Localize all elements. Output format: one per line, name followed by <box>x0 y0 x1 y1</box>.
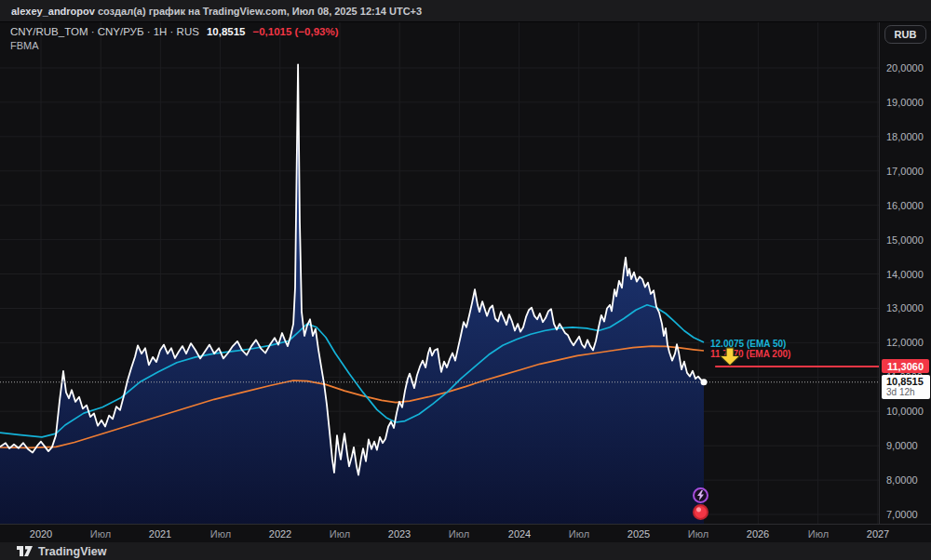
price-tick-label: 20,0000 <box>886 62 924 73</box>
alert-price-tag: 11,3060 <box>882 359 929 373</box>
time-tick-label: 2027 <box>867 528 889 540</box>
attribution-bar: alexey_andropov создал(а) график на Trad… <box>0 0 931 22</box>
price-tick-label: 18,0000 <box>886 131 924 142</box>
time-tick-label: Июл <box>90 528 111 540</box>
time-tick-label: Июл <box>330 528 350 540</box>
price-tick-label: 19,0000 <box>886 97 924 108</box>
brand-name[interactable]: TradingView <box>38 545 106 558</box>
time-tick-label: Июл <box>688 528 708 540</box>
symbol-legend[interactable]: CNY/RUB_TOM · CNY/РУБ · 1H · RUS 10,8515… <box>10 26 339 37</box>
last-price-tag: 10,8515 3d 12h <box>882 375 930 399</box>
currency-button[interactable]: RUB <box>884 25 927 44</box>
indicator-name[interactable]: FBMA <box>10 40 39 51</box>
attribution-text: создал(а) график на TradingView.com, Июл… <box>95 6 422 17</box>
time-tick-label: Июл <box>449 528 469 540</box>
price-tick-label: 8,0000 <box>886 474 918 486</box>
price-tick-label: 14,0000 <box>886 269 924 280</box>
bar-countdown: 3d 12h <box>886 387 930 398</box>
tradingview-logo-icon <box>17 546 33 556</box>
time-tick-label: 2024 <box>508 528 531 540</box>
footer-bar: TradingView <box>0 542 931 560</box>
time-tick-label: 2026 <box>747 528 769 540</box>
price-tick-label: 10,0000 <box>886 406 924 417</box>
time-tick-label: 2022 <box>269 528 291 540</box>
price-tick-label: 16,0000 <box>886 200 924 211</box>
price-chart <box>0 22 879 524</box>
lightning-icon <box>696 490 705 500</box>
tradingview-chart-page: alexey_andropov создал(а) график на Trad… <box>0 0 931 560</box>
time-tick-label: 2021 <box>149 528 171 540</box>
time-tick-label: Июл <box>808 528 829 540</box>
time-tick-label: 2020 <box>30 528 52 540</box>
lightning-badge[interactable] <box>693 487 708 503</box>
symbol-title[interactable]: CNY/RUB_TOM · CNY/РУБ · 1H · RUS <box>10 26 199 37</box>
price-tick-label: 9,0000 <box>886 440 918 451</box>
yellow-down-arrow[interactable] <box>719 347 741 367</box>
legend-last-price: 10,8515 <box>207 26 246 37</box>
chart-pane[interactable]: CNY/RUB_TOM · CNY/РУБ · 1H · RUS 10,8515… <box>0 22 879 524</box>
price-tick-label: 15,0000 <box>886 234 924 246</box>
last-price-dot <box>701 379 708 385</box>
price-tick-label: 7,0000 <box>886 509 918 520</box>
price-tick-label: 13,0000 <box>886 302 924 313</box>
event-badges <box>693 487 708 520</box>
time-tick-label: 2023 <box>388 528 411 540</box>
time-tick-label: 2025 <box>627 528 650 540</box>
time-axis[interactable]: 2020Июл2021Июл2022Июл2023Июл2024Июл2025И… <box>0 524 931 542</box>
red-dot-badge[interactable] <box>693 504 708 520</box>
price-tick-label: 17,0000 <box>886 166 924 177</box>
attribution-username: alexey_andropov <box>11 6 95 17</box>
price-tick-label: 12,0000 <box>886 337 924 348</box>
price-axis[interactable]: RUB 11,3060 10,8515 3d 12h 20,000019,000… <box>879 22 931 524</box>
legend-change: −0,1015 (−0,93%) <box>252 26 338 37</box>
last-price-value: 10,8515 <box>886 376 930 387</box>
time-tick-label: Июл <box>210 528 231 540</box>
indicator-legend[interactable]: FBMA <box>10 40 39 51</box>
time-tick-label: Июл <box>569 528 589 540</box>
